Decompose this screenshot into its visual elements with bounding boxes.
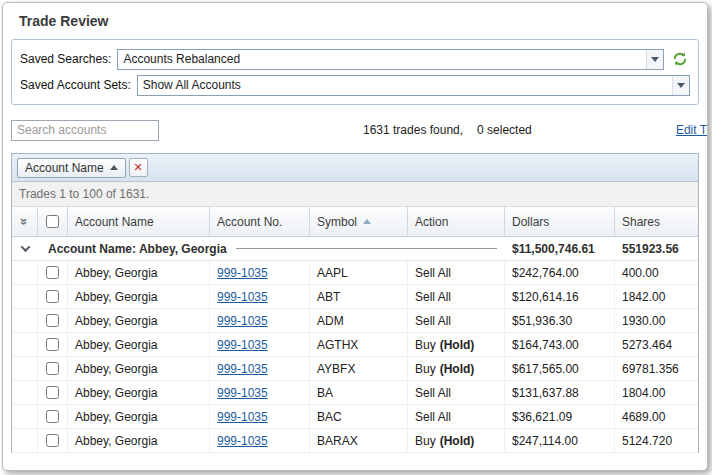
row-spacer xyxy=(12,405,38,428)
row-spacer xyxy=(12,429,38,452)
shares-cell: 1842.00 xyxy=(615,285,698,308)
group-chip-account-name[interactable]: Account Name xyxy=(17,158,126,178)
dollars-cell: $247,114.00 xyxy=(505,429,615,452)
expand-all-icon[interactable]: » xyxy=(17,218,32,225)
action-cell: Sell All xyxy=(408,381,505,404)
header-action[interactable]: Action xyxy=(408,207,505,236)
header-dollars[interactable]: Dollars xyxy=(505,207,615,236)
dropdown-arrow-icon[interactable] xyxy=(646,50,663,69)
table-row: Abbey, Georgia 999-1035 AYBFX Buy(Hold) … xyxy=(12,357,698,381)
account-name-cell: Abbey, Georgia xyxy=(68,333,210,356)
group-shares-total: 551923.56 xyxy=(615,237,698,260)
row-spacer xyxy=(12,381,38,404)
row-checkbox[interactable] xyxy=(46,314,59,327)
account-no-cell: 999-1035 xyxy=(210,261,310,284)
symbol-cell: AAPL xyxy=(310,261,408,284)
account-no-cell: 999-1035 xyxy=(210,309,310,332)
group-collapse-cell xyxy=(12,237,38,260)
action-cell: Sell All xyxy=(408,285,505,308)
table-row: Abbey, Georgia 999-1035 AGTHX Buy(Hold) … xyxy=(12,333,698,357)
symbol-cell: AGTHX xyxy=(310,333,408,356)
chevron-down-icon[interactable] xyxy=(20,242,30,252)
account-no-cell: 999-1035 xyxy=(210,381,310,404)
group-dollars-total: $11,500,746.61 xyxy=(505,237,615,260)
account-no-link[interactable]: 999-1035 xyxy=(217,314,268,328)
group-rule xyxy=(236,248,497,249)
symbol-cell: ABT xyxy=(310,285,408,308)
table-row: Abbey, Georgia 999-1035 BARAX Buy(Hold) … xyxy=(12,429,698,453)
account-no-link[interactable]: 999-1035 xyxy=(217,290,268,304)
remove-group-button[interactable]: ✕ xyxy=(129,158,148,177)
header-account-name[interactable]: Account Name xyxy=(68,207,210,236)
saved-filters-panel: Saved Searches: Accounts Rebalanced Save… xyxy=(11,39,699,105)
account-no-cell: 999-1035 xyxy=(210,333,310,356)
header-account-no[interactable]: Account No. xyxy=(210,207,310,236)
edit-trades-link[interactable]: Edit T xyxy=(676,123,707,137)
saved-account-sets-row: Saved Account Sets: Show All Accounts xyxy=(20,72,690,98)
shares-cell: 5124.720 xyxy=(615,429,698,452)
group-by-bar: Account Name ✕ xyxy=(12,154,698,182)
symbol-cell: AYBFX xyxy=(310,357,408,380)
row-checkbox-cell xyxy=(38,357,68,380)
page-title: Trade Review xyxy=(3,3,707,29)
action-cell: Buy(Hold) xyxy=(408,357,505,380)
header-shares[interactable]: Shares xyxy=(615,207,698,236)
row-checkbox[interactable] xyxy=(46,362,59,375)
row-checkbox[interactable] xyxy=(46,434,59,447)
select-all-checkbox[interactable] xyxy=(46,215,59,228)
table-header-row: » Account Name Account No. Symbol Action… xyxy=(12,207,698,237)
dollars-cell: $131,637.88 xyxy=(505,381,615,404)
dropdown-arrow-icon[interactable] xyxy=(672,76,689,95)
row-checkbox-cell xyxy=(38,381,68,404)
account-name-cell: Abbey, Georgia xyxy=(68,285,210,308)
row-checkbox[interactable] xyxy=(46,338,59,351)
account-no-link[interactable]: 999-1035 xyxy=(217,410,268,424)
row-checkbox[interactable] xyxy=(46,266,59,279)
account-no-link[interactable]: 999-1035 xyxy=(217,338,268,352)
row-spacer xyxy=(12,357,38,380)
symbol-cell: ADM xyxy=(310,309,408,332)
row-checkbox-cell xyxy=(38,405,68,428)
account-name-cell: Abbey, Georgia xyxy=(68,261,210,284)
account-no-link[interactable]: 999-1035 xyxy=(217,266,268,280)
account-no-link[interactable]: 999-1035 xyxy=(217,434,268,448)
toolbar: 1631 trades found,0 selected Edit T xyxy=(11,119,699,141)
search-input[interactable] xyxy=(11,120,159,141)
dollars-cell: $120,614.16 xyxy=(505,285,615,308)
refresh-icon[interactable] xyxy=(670,49,690,69)
shares-cell: 1930.00 xyxy=(615,309,698,332)
symbol-cell: BAC xyxy=(310,405,408,428)
sort-asc-icon xyxy=(110,165,118,170)
account-name-cell: Abbey, Georgia xyxy=(68,309,210,332)
saved-account-sets-dropdown[interactable]: Show All Accounts xyxy=(137,75,690,96)
header-symbol[interactable]: Symbol xyxy=(310,207,408,236)
row-checkbox-cell xyxy=(38,261,68,284)
group-header-row: Account Name: Abbey, Georgia $11,500,746… xyxy=(12,237,698,261)
saved-searches-row: Saved Searches: Accounts Rebalanced xyxy=(20,46,690,72)
account-no-link[interactable]: 999-1035 xyxy=(217,362,268,376)
row-spacer xyxy=(12,309,38,332)
trades-found-text: 1631 trades found, xyxy=(363,123,463,137)
action-cell: Sell All xyxy=(408,261,505,284)
account-name-cell: Abbey, Georgia xyxy=(68,381,210,404)
shares-cell: 4689.00 xyxy=(615,405,698,428)
close-icon: ✕ xyxy=(134,162,143,173)
table-row: Abbey, Georgia 999-1035 BA Sell All $131… xyxy=(12,381,698,405)
dollars-cell: $36,621.09 xyxy=(505,405,615,428)
table-row: Abbey, Georgia 999-1035 BAC Sell All $36… xyxy=(12,405,698,429)
sort-asc-icon xyxy=(363,219,371,224)
dollars-cell: $617,565.00 xyxy=(505,357,615,380)
row-checkbox[interactable] xyxy=(46,386,59,399)
account-no-link[interactable]: 999-1035 xyxy=(217,386,268,400)
action-cell: Sell All xyxy=(408,309,505,332)
selected-count-text: 0 selected xyxy=(477,123,532,137)
account-name-cell: Abbey, Georgia xyxy=(68,405,210,428)
table-row: Abbey, Georgia 999-1035 ADM Sell All $51… xyxy=(12,309,698,333)
row-spacer xyxy=(12,261,38,284)
saved-searches-value: Accounts Rebalanced xyxy=(118,52,646,66)
row-checkbox[interactable] xyxy=(46,290,59,303)
saved-searches-dropdown[interactable]: Accounts Rebalanced xyxy=(117,49,664,70)
row-checkbox[interactable] xyxy=(46,410,59,423)
table-row: Abbey, Georgia 999-1035 AAPL Sell All $2… xyxy=(12,261,698,285)
account-no-cell: 999-1035 xyxy=(210,405,310,428)
